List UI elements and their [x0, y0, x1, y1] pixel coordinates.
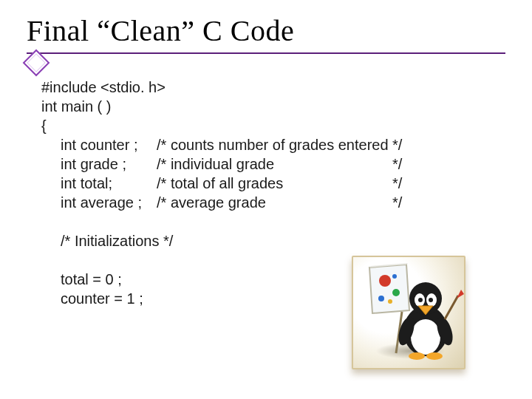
declaration: int grade ;: [61, 154, 157, 174]
code-line: total = 0 ;: [41, 271, 122, 287]
code-line: counter = 1 ;: [41, 290, 143, 307]
svg-line-20: [445, 296, 458, 319]
svg-point-5: [378, 296, 384, 301]
slide: Final “Clean” C Code #include <stdio. h>…: [0, 0, 532, 399]
svg-point-19: [426, 352, 443, 360]
comment-text: counts number of grades entered: [171, 135, 392, 154]
code-line: int main ( ): [41, 98, 111, 115]
svg-point-14: [429, 298, 433, 302]
comment-text: total of all grades: [171, 174, 392, 193]
svg-marker-21: [457, 290, 464, 299]
svg-point-13: [418, 298, 423, 302]
svg-marker-0: [369, 265, 409, 313]
declaration: int average ;: [61, 193, 157, 212]
slide-title: Final “Clean” C Code: [0, 0, 532, 48]
comment-close: */: [392, 135, 402, 154]
comment-text: individual grade: [171, 154, 392, 174]
code-line: #include <stdio. h>: [41, 79, 166, 95]
statement: total = 0 ;: [61, 271, 122, 287]
code-line: /* Initializations */: [41, 233, 173, 249]
svg-point-3: [379, 275, 391, 287]
declaration: int total;: [61, 174, 157, 193]
code-line: int counter ;/* counts number of grades …: [41, 137, 402, 153]
code-line: {: [41, 117, 47, 134]
comment-open: /*: [157, 137, 171, 153]
comment-close: */: [392, 174, 402, 193]
comment-text: average grade: [171, 193, 392, 212]
illustration: [352, 256, 466, 369]
declaration: int counter ;: [61, 135, 157, 154]
comment-open: /*: [157, 175, 171, 191]
svg-point-7: [388, 299, 392, 304]
svg-point-18: [409, 352, 425, 360]
comment-text: /* Initializations */: [61, 233, 173, 249]
statement: counter = 1 ;: [61, 290, 143, 307]
comment-close: */: [392, 154, 402, 174]
svg-point-9: [411, 319, 440, 355]
code-line: int total;/* total of all grades*/: [41, 175, 402, 191]
comment-open: /*: [157, 156, 171, 172]
penguin-painting-icon: [353, 257, 464, 368]
code-line: int grade ;/* individual grade*/: [41, 156, 402, 172]
svg-point-4: [392, 289, 400, 296]
comment-close: */: [392, 193, 402, 212]
comment-open: /*: [157, 194, 171, 211]
svg-point-6: [392, 274, 397, 279]
code-line: int average ;/* average grade*/: [41, 194, 402, 211]
